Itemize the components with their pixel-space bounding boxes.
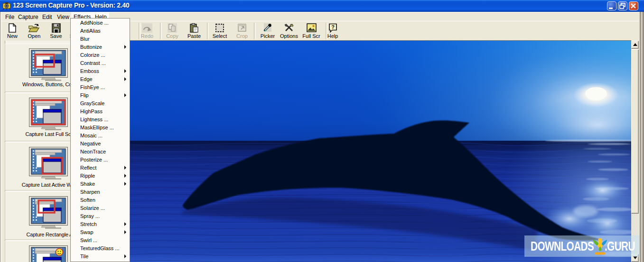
svg-text:?: ? xyxy=(331,24,335,30)
